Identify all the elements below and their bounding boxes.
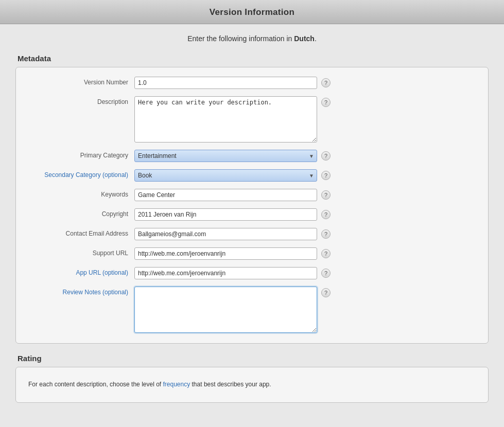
version-number-help-icon[interactable]: ?: [321, 78, 331, 87]
keywords-input[interactable]: [134, 189, 317, 201]
version-number-label: Version Number: [26, 77, 134, 86]
secondary-category-label: Secondary Category (optional): [26, 169, 134, 179]
rating-frequency-link[interactable]: frequency: [163, 381, 190, 388]
rating-description-prefix: For each content description, choose the…: [28, 381, 163, 388]
contact-email-input[interactable]: [134, 228, 317, 240]
rating-section-box: For each content description, choose the…: [15, 367, 489, 403]
support-url-input[interactable]: [134, 247, 317, 260]
review-notes-textarea[interactable]: [134, 287, 317, 333]
rating-description: For each content description, choose the…: [26, 377, 478, 392]
description-textarea[interactable]: Here you can write your description.: [134, 96, 317, 143]
subtitle-suffix: .: [315, 34, 317, 43]
keywords-row: Keywords ?: [26, 189, 478, 201]
keywords-help-icon[interactable]: ?: [321, 190, 331, 200]
review-notes-help-icon[interactable]: ?: [321, 288, 331, 297]
copyright-label: Copyright: [26, 208, 134, 218]
contact-email-control: ?: [134, 228, 478, 240]
support-url-control: ?: [134, 247, 478, 260]
rating-section-title: Rating: [15, 354, 489, 363]
copyright-control: ?: [134, 208, 478, 221]
support-url-row: Support URL ?: [26, 247, 478, 260]
primary-category-control: Entertainment Games Education Utilities …: [134, 150, 478, 162]
support-url-help-icon[interactable]: ?: [321, 249, 331, 258]
page-content: Enter the following information in Dutch…: [0, 24, 504, 427]
secondary-category-control: Book Games Education Utilities Productiv…: [134, 169, 478, 182]
secondary-category-select-wrapper: Book Games Education Utilities Productiv…: [134, 169, 317, 182]
secondary-category-help-icon[interactable]: ?: [321, 171, 331, 180]
primary-category-label: Primary Category: [26, 150, 134, 159]
contact-email-label: Contact Email Address: [26, 228, 134, 237]
keywords-label: Keywords: [26, 189, 134, 198]
app-url-input[interactable]: [134, 267, 317, 279]
description-row: Description Here you can write your desc…: [26, 96, 478, 143]
primary-category-help-icon[interactable]: ?: [321, 151, 331, 161]
primary-category-row: Primary Category Entertainment Games Edu…: [26, 150, 478, 162]
version-number-input[interactable]: [134, 77, 317, 89]
copyright-row: Copyright ?: [26, 208, 478, 221]
primary-category-select[interactable]: Entertainment Games Education Utilities …: [134, 150, 317, 162]
description-label: Description: [26, 96, 134, 105]
rating-description-suffix: that best describes your app.: [190, 381, 271, 388]
subtitle-language: Dutch: [294, 34, 315, 43]
copyright-help-icon[interactable]: ?: [321, 210, 331, 219]
subtitle: Enter the following information in Dutch…: [15, 34, 489, 43]
app-url-row: App URL (optional) ?: [26, 267, 478, 279]
contact-email-row: Contact Email Address ?: [26, 228, 478, 240]
secondary-category-row: Secondary Category (optional) Book Games…: [26, 169, 478, 182]
copyright-input[interactable]: [134, 208, 317, 221]
review-notes-row: Review Notes (optional) ?: [26, 287, 478, 333]
app-url-help-icon[interactable]: ?: [321, 269, 331, 278]
page-title: Version Information: [0, 7, 504, 17]
metadata-section-box: Version Number ? Description Here you ca…: [15, 67, 489, 344]
support-url-label: Support URL: [26, 247, 134, 257]
contact-email-help-icon[interactable]: ?: [321, 229, 331, 239]
title-bar: Version Information: [0, 0, 504, 24]
secondary-category-select[interactable]: Book Games Education Utilities Productiv…: [134, 169, 317, 182]
app-url-label: App URL (optional): [26, 267, 134, 276]
description-control: Here you can write your description. ?: [134, 96, 478, 143]
primary-category-select-wrapper: Entertainment Games Education Utilities …: [134, 150, 317, 162]
app-url-control: ?: [134, 267, 478, 279]
keywords-control: ?: [134, 189, 478, 201]
version-number-row: Version Number ?: [26, 77, 478, 89]
subtitle-prefix: Enter the following information in: [187, 34, 294, 43]
description-help-icon[interactable]: ?: [321, 98, 331, 107]
review-notes-control: ?: [134, 287, 478, 333]
version-number-control: ?: [134, 77, 478, 89]
metadata-section-title: Metadata: [15, 54, 489, 63]
review-notes-label: Review Notes (optional): [26, 287, 134, 296]
